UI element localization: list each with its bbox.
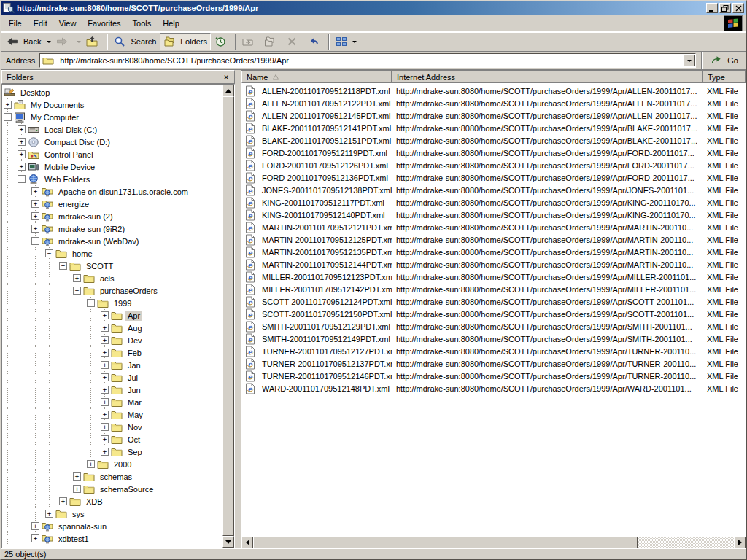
search-button[interactable]: Search [110,33,160,50]
tree-item-may[interactable]: +May [2,408,222,421]
menu-file[interactable]: File [3,17,28,30]
tree-expand-plus-icon[interactable]: + [31,212,39,220]
tree-item-aug[interactable]: +Aug [2,322,222,334]
tree-item-energize[interactable]: +energize [2,198,222,210]
tree-expand-plus-icon[interactable]: + [101,398,109,406]
scroll-track[interactable] [638,537,734,548]
file-row[interactable]: eWARD-2001101709512148PDT.xmlhttp://mdra… [241,382,746,394]
scroll-left-button[interactable] [241,537,253,548]
forward-button[interactable] [53,33,74,50]
tree-item-schemasource[interactable]: +schemaSource [2,483,222,495]
tree-item-mdrake-sun-2[interactable]: +mdrake-sun (2) [2,210,222,222]
file-row[interactable]: eMARTIN-2001101709512125PDT.xmlhttp://md… [241,233,746,246]
tree-expand-plus-icon[interactable]: + [31,522,39,530]
undo-button[interactable] [304,33,326,50]
tree-item-compact-disc-d[interactable]: +Compact Disc (D:) [2,136,222,148]
file-row[interactable]: eFORD-2001101709512126PDT.xmlhttp://mdra… [241,159,746,171]
list-horizontal-scrollbar[interactable] [241,537,746,548]
back-dropdown[interactable] [44,33,53,50]
tree-item-sep[interactable]: +Sep [2,446,222,458]
move-to-button[interactable] [239,33,260,50]
menu-tools[interactable]: Tools [127,17,158,30]
column-header-internet-address[interactable]: Internet Address [392,71,703,83]
tree-item-xdbtest1[interactable]: +xdbtest1 [2,532,222,545]
tree-expand-plus-icon[interactable]: + [31,534,39,542]
tree-expand-plus-icon[interactable]: + [4,101,12,109]
tree-expand-plus-icon[interactable]: + [101,311,109,319]
file-row[interactable]: eTURNER-2001101709512146PDT.xmlhttp://md… [241,370,746,382]
address-input[interactable]: http://mdrake-sun:8080/home/SCOTT/purcha… [39,53,696,68]
forward-dropdown[interactable] [74,33,82,50]
column-header-type[interactable]: Type [703,71,746,83]
tree-item-mdrake-sun-webdav[interactable]: −mdrake-sun (WebDav) [2,235,222,247]
minimize-button[interactable] [706,3,718,13]
tree-item-dev[interactable]: +Dev [2,334,222,346]
tree-expand-plus-icon[interactable]: + [87,460,95,468]
file-row[interactable]: eFORD-2001101709512136PDT.xmlhttp://mdra… [241,171,746,184]
back-button[interactable]: Back [3,33,44,50]
menu-view[interactable]: View [53,17,82,30]
tree-item-jun[interactable]: +Jun [2,384,222,396]
close-button[interactable] [732,3,744,13]
file-row[interactable]: eMILLER-2001101709512123PDT.xmlhttp://md… [241,271,746,283]
tree-item-local-disk-c[interactable]: +Local Disk (C:) [2,123,222,136]
tree-item-feb[interactable]: +Feb [2,346,222,359]
tree-vertical-scrollbar[interactable] [222,85,234,548]
tree-item-2000[interactable]: +2000 [2,458,222,470]
file-row[interactable]: eBLAKE-2001101709512151PDT.xmlhttp://mdr… [241,134,746,147]
tree-expand-plus-icon[interactable]: + [101,435,109,443]
tree-expand-minus-icon[interactable]: − [73,287,81,295]
tree-item-nov[interactable]: +Nov [2,421,222,433]
tree-expand-plus-icon[interactable]: + [101,336,109,344]
restore-button[interactable] [719,3,731,13]
close-folders-icon[interactable]: ✕ [221,72,231,82]
scroll-right-button[interactable] [734,537,746,548]
file-row[interactable]: eJONES-2001101709512138PDT.xmlhttp://mdr… [241,184,746,196]
up-button[interactable] [82,33,104,50]
tree-item-spannala-sun[interactable]: +spannala-sun [2,520,222,532]
scroll-up-button[interactable] [222,85,234,96]
tree-item-purchaseorders[interactable]: −purchaseOrders [2,284,222,297]
delete-button[interactable] [282,33,304,50]
tree-expand-plus-icon[interactable]: + [101,373,109,381]
tree-item-1999[interactable]: −1999 [2,297,222,309]
tree-expand-minus-icon[interactable]: − [18,175,26,183]
file-row[interactable]: eBLAKE-2001101709512141PDT.xmlhttp://mdr… [241,122,746,134]
tree-expand-plus-icon[interactable]: + [101,411,109,419]
file-row[interactable]: eTURNER-2001101709512137PDT.xmlhttp://md… [241,357,746,370]
tree-expand-plus-icon[interactable]: + [18,125,26,133]
tree-item-jul[interactable]: +Jul [2,371,222,384]
tree-item-acls[interactable]: +acls [2,272,222,284]
pane-splitter[interactable] [235,70,241,548]
file-row[interactable]: eKING-2001101709512117PDT.xmlhttp://mdra… [241,196,746,209]
tree-item-my-documents[interactable]: +My Documents [2,98,222,111]
tree-expand-minus-icon[interactable]: − [59,262,67,270]
tree-item-scott[interactable]: −SCOTT [2,260,222,272]
file-row[interactable]: eTURNER-2001101709512127PDT.xmlhttp://md… [241,345,746,357]
tree-expand-plus-icon[interactable]: + [31,200,39,208]
tree-expand-plus-icon[interactable]: + [101,361,109,369]
tree-item-oct[interactable]: +Oct [2,433,222,446]
tree-item-apr[interactable]: +Apr [2,309,222,322]
file-row[interactable]: eALLEN-2001101709512118PDT.xmlhttp://mdr… [241,85,746,97]
file-row[interactable]: eSMITH-2001101709512129PDT.xmlhttp://mdr… [241,320,746,332]
copy-to-button[interactable] [260,33,282,50]
history-button[interactable] [211,33,233,50]
tree-expand-plus-icon[interactable]: + [31,225,39,233]
tree-item-home[interactable]: −home [2,247,222,260]
tree-expand-plus-icon[interactable]: + [18,150,26,158]
tree-expand-plus-icon[interactable]: + [45,510,53,518]
tree-item-jan[interactable]: +Jan [2,359,222,371]
menu-help[interactable]: Help [157,17,185,30]
tree-expand-minus-icon[interactable]: − [31,237,39,245]
tree-expand-plus-icon[interactable]: + [18,138,26,146]
tree-item-mdrake-sun-9ir2[interactable]: +mdrake-sun (9iR2) [2,222,222,235]
menu-edit[interactable]: Edit [28,17,53,30]
file-row[interactable]: eFORD-2001101709512119PDT.xmlhttp://mdra… [241,147,746,159]
tree-expand-plus-icon[interactable]: + [101,386,109,394]
file-row[interactable]: eSCOTT-2001101709512150PDT.xmlhttp://mdr… [241,308,746,320]
file-row[interactable]: eMILLER-2001101709512142PDT.xmlhttp://md… [241,283,746,295]
tree-item-apache-on-dlsun1731-us-oracle-com[interactable]: +Apache on dlsun1731.us.oracle.com [2,185,222,198]
tree-item-mar[interactable]: +Mar [2,396,222,408]
tree-expand-plus-icon[interactable]: + [59,497,67,505]
